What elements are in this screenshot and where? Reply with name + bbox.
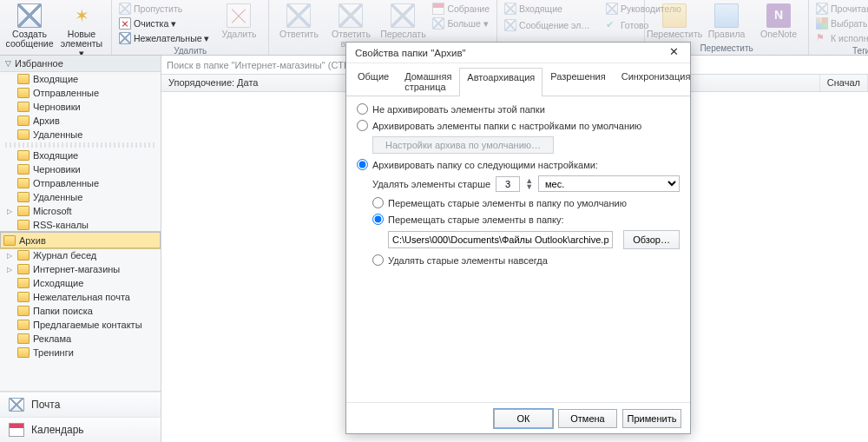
tree-folder[interactable]: Отправленные	[0, 176, 161, 190]
move-button[interactable]: Переместить	[650, 2, 699, 41]
dialog-tabs: ОбщиеДомашняя страницаАвтоархивацияРазре…	[346, 63, 690, 96]
dialog-titlebar: Свойства папки "Архив" ✕	[346, 43, 690, 63]
fav-folder[interactable]: Входящие	[0, 72, 161, 86]
meeting-button[interactable]: Собрание	[431, 2, 491, 16]
tree-folder[interactable]: Черновики	[0, 162, 161, 176]
tree-folder[interactable]: Входящие	[0, 148, 161, 162]
folder-icon	[17, 206, 30, 216]
radio-move-default[interactable]: Перемещать старые элементы в папку по ум…	[372, 197, 680, 208]
clean-button[interactable]: Очистка ▾	[117, 16, 211, 30]
dialog-tab[interactable]: Разрешения	[542, 67, 613, 96]
folder-icon	[17, 150, 30, 161]
folder-icon	[17, 292, 30, 302]
followup-button[interactable]: ⚑К исполнению ▾	[814, 31, 868, 45]
rules-button[interactable]: Правила	[702, 2, 751, 41]
close-button[interactable]: ✕	[662, 44, 685, 62]
group-title-tags: Теги	[814, 45, 868, 56]
age-unit-select[interactable]: мес.	[538, 175, 680, 192]
group-title-delete: Удалить	[117, 45, 263, 56]
new-message-button[interactable]: Создать сообщение	[5, 2, 54, 50]
archive-path-input[interactable]	[388, 231, 613, 248]
tree-folder[interactable]: Предлагаемые контакты	[0, 318, 161, 332]
ribbon-group-create: Создать сообщение ✶Новые элементы ▾ Созд…	[0, 0, 112, 55]
fav-folder[interactable]: Удаленные	[0, 128, 161, 142]
qs-inbox[interactable]: Входящие	[503, 2, 592, 16]
folder-icon	[17, 220, 30, 230]
dialog-title: Свойства папки "Архив"	[355, 48, 466, 58]
tree-folder[interactable]: RSS-каналы	[0, 218, 161, 232]
nav-separator	[5, 142, 155, 148]
folder-icon	[17, 129, 30, 140]
folder-icon	[17, 320, 30, 330]
folder-icon	[17, 306, 30, 316]
folder-icon	[3, 235, 16, 246]
cancel-button[interactable]: Отмена	[558, 409, 617, 428]
folder-icon	[17, 347, 30, 358]
new-items-button[interactable]: ✶Новые элементы ▾	[57, 2, 106, 56]
nav-calendar[interactable]: Календарь	[0, 417, 161, 442]
qs-msg[interactable]: Сообщение эл…	[503, 18, 592, 32]
radio-delete-forever[interactable]: Удалять старые элементы навсегда	[372, 254, 680, 266]
dialog-tab[interactable]: Домашняя страница	[397, 67, 459, 96]
age-input[interactable]	[496, 176, 520, 192]
more-button[interactable]: Больше ▾	[431, 16, 491, 30]
tree-folder[interactable]: ▷Microsoft	[0, 204, 161, 218]
ribbon-group-tags: Прочитано? Выбрать категори ⚑К исполнени…	[809, 0, 868, 55]
folder-icon	[17, 264, 30, 274]
dialog-tab[interactable]: Общие	[350, 67, 397, 96]
sort-dir[interactable]: Сначал	[820, 75, 868, 91]
browse-button[interactable]: Обзор…	[623, 230, 680, 249]
fav-folder[interactable]: Отправленные	[0, 86, 161, 100]
skip-button[interactable]: Пропустить	[117, 2, 211, 16]
dialog-tab[interactable]: Синхронизация	[614, 67, 699, 96]
tree-folder[interactable]: Папки поиска	[0, 304, 161, 318]
folder-properties-dialog: Свойства папки "Архив" ✕ ОбщиеДомашняя с…	[345, 42, 691, 434]
folder-icon	[17, 88, 30, 98]
folder-icon	[17, 192, 30, 202]
folder-icon	[17, 250, 30, 261]
reply-button[interactable]: Ответить	[274, 2, 323, 41]
nav-mail[interactable]: Почта	[0, 392, 161, 417]
junk-button[interactable]: Нежелательные ▾	[117, 31, 211, 45]
dialog-tab[interactable]: Автоархивация	[459, 68, 542, 96]
folder-icon	[17, 333, 30, 344]
tree-folder[interactable]: Тренинги	[0, 346, 161, 360]
delete-button[interactable]: Удалить	[214, 2, 263, 41]
folder-nav: ▽Избранное ВходящиеОтправленныеЧерновики…	[0, 56, 161, 442]
read-button[interactable]: Прочитано?	[814, 2, 868, 16]
tree-folder[interactable]: Архив	[0, 232, 161, 248]
folder-icon	[17, 74, 30, 84]
folder-icon	[17, 115, 30, 126]
folder-icon	[17, 102, 30, 112]
radio-no-archive[interactable]: Не архивировать элементы этой папки	[357, 103, 680, 115]
age-label: Удалять элементы старше	[372, 179, 490, 189]
fav-folder[interactable]: Архив	[0, 114, 161, 128]
folder-icon	[17, 278, 30, 288]
apply-button[interactable]: Применить	[622, 409, 681, 428]
tree-folder[interactable]: Реклама	[0, 332, 161, 346]
folder-icon	[17, 178, 30, 188]
onenote-button[interactable]: NOneNote	[754, 2, 803, 41]
tree-folder[interactable]: Удаленные	[0, 190, 161, 204]
radio-custom-archive[interactable]: Архивировать папку со следующими настрой…	[357, 159, 680, 170]
default-settings-button: Настройки архива по умолчанию…	[372, 136, 554, 154]
radio-move-folder[interactable]: Перемещать старые элементы в папку:	[372, 214, 680, 225]
ok-button[interactable]: ОК	[494, 409, 553, 428]
radio-default-archive[interactable]: Архивировать элементы папки с настройкам…	[357, 120, 680, 131]
tree-folder[interactable]: Исходящие	[0, 276, 161, 290]
tree-folder[interactable]: ▷Журнал бесед	[0, 248, 161, 262]
categorize-button[interactable]: Выбрать категори	[814, 16, 868, 30]
chevron-down-icon: ▽	[5, 59, 11, 68]
fav-folder[interactable]: Черновики	[0, 100, 161, 114]
forward-button[interactable]: Переслать	[378, 2, 427, 41]
favorites-header[interactable]: ▽Избранное	[0, 56, 161, 72]
folder-icon	[17, 164, 30, 175]
tree-folder[interactable]: ▷Интернет-магазины	[0, 262, 161, 276]
ribbon-group-delete: Пропустить Очистка ▾ Нежелательные ▾ Уда…	[112, 0, 269, 55]
tree-folder[interactable]: Нежелательная почта	[0, 290, 161, 304]
